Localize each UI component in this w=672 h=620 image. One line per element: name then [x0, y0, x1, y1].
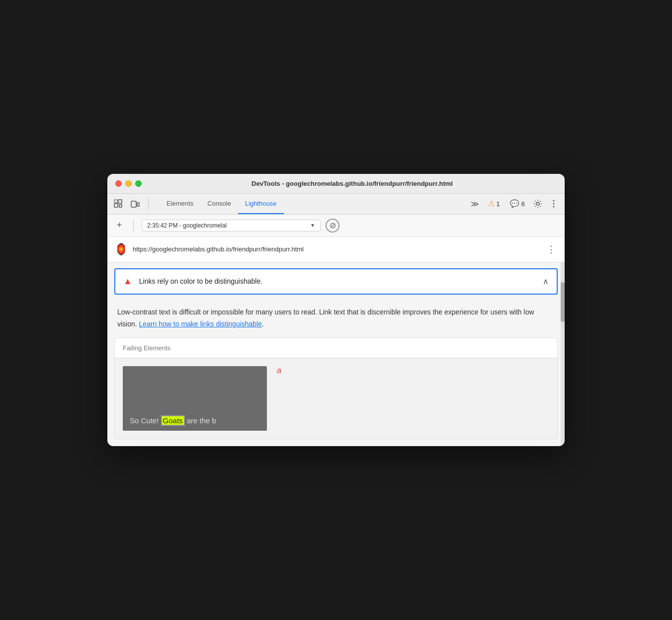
svg-rect-2 [114, 204, 118, 207]
tab-console[interactable]: Console [200, 193, 238, 214]
add-tab-button[interactable]: + [113, 220, 125, 231]
window-title: DevTools - googlechromelabs.github.io/fr… [148, 180, 557, 187]
svg-point-8 [553, 203, 555, 205]
kebab-menu-icon[interactable] [547, 197, 561, 211]
failing-elements-title: Failing Elements [123, 344, 170, 352]
warning-icon: ⚠ [488, 199, 495, 208]
alert-triangle-icon: ▲ [123, 276, 132, 287]
audit-url-text: https://googlechromelabs.github.io/frien… [133, 245, 540, 253]
description-text2: . [262, 320, 264, 328]
traffic-lights [115, 180, 142, 187]
alert-chevron-icon[interactable]: ∧ [543, 277, 549, 286]
svg-rect-4 [131, 201, 136, 207]
element-indicator: a [277, 366, 281, 375]
tab-lighthouse[interactable]: Lighthouse [238, 193, 284, 214]
tab-bar: Elements Console Lighthouse ≫ ⚠ 1 💬 6 [107, 194, 565, 215]
highlighted-text: Goats [161, 415, 185, 426]
svg-point-7 [553, 200, 555, 202]
title-bar: DevTools - googlechromelabs.github.io/fr… [107, 174, 565, 194]
device-toggle-icon[interactable] [128, 197, 142, 211]
svg-point-6 [536, 202, 539, 205]
element-a-label: a [277, 366, 281, 375]
inspect-icon[interactable] [111, 197, 125, 211]
tab-elements[interactable]: Elements [160, 193, 200, 214]
comment-icon: 💬 [510, 199, 519, 208]
screenshot-thumbnail: So Cute! Goats are the b [123, 366, 267, 431]
learn-more-link[interactable]: Learn how to make links distinguishable [139, 320, 262, 328]
svg-rect-0 [114, 200, 117, 203]
settings-icon[interactable] [531, 197, 545, 211]
svg-rect-1 [118, 200, 122, 203]
tab-bar-icons [111, 197, 152, 211]
maximize-button[interactable] [135, 180, 142, 187]
devtools-window: DevTools - googlechromelabs.github.io/fr… [107, 174, 565, 447]
failing-elements-section: Failing Elements So Cute! Goats are the … [114, 338, 558, 439]
clear-button[interactable]: ⊘ [326, 219, 339, 232]
url-input[interactable]: 2:35:42 PM - googlechromelal ▼ [142, 220, 321, 232]
failing-elements-body: So Cute! Goats are the b a [115, 358, 557, 439]
clear-icon: ⊘ [330, 221, 336, 230]
audit-url-more-icon[interactable]: ⋮ [545, 242, 558, 257]
warning-badge-button[interactable]: ⚠ 1 [484, 197, 504, 210]
screenshot-before-text: So Cute! [130, 416, 161, 425]
tab-elements-label: Elements [167, 200, 193, 207]
alert-box-left: ▲ Links rely on color to be distinguisha… [123, 276, 262, 287]
tab-lighthouse-label: Lighthouse [245, 200, 277, 207]
alert-text: Links rely on color to be distinguishabl… [139, 277, 262, 285]
url-text: 2:35:42 PM - googlechromelal [147, 222, 307, 229]
svg-point-9 [553, 206, 555, 208]
tab-separator-1 [148, 198, 149, 209]
url-separator [133, 220, 134, 231]
url-dropdown-icon[interactable]: ▼ [310, 223, 315, 228]
description: Low-contrast text is difficult or imposs… [107, 301, 565, 338]
tab-console-label: Console [207, 200, 231, 207]
svg-rect-5 [137, 203, 139, 206]
close-button[interactable] [115, 180, 122, 187]
warning-count: 1 [497, 200, 500, 208]
alert-box[interactable]: ▲ Links rely on color to be distinguisha… [114, 268, 558, 295]
comment-count: 6 [521, 200, 525, 208]
minimize-button[interactable] [125, 180, 132, 187]
tab-bar-right: ≫ ⚠ 1 💬 6 [468, 197, 561, 211]
more-tabs-icon[interactable]: ≫ [468, 197, 482, 211]
url-bar: + 2:35:42 PM - googlechromelal ▼ ⊘ [107, 215, 565, 237]
scrollbar[interactable] [561, 262, 565, 447]
screenshot-text: So Cute! Goats are the b [123, 410, 223, 431]
scrollbar-thumb[interactable] [561, 282, 565, 322]
audit-url-row: 🏮 https://googlechromelabs.github.io/fri… [107, 237, 565, 262]
svg-rect-3 [119, 205, 122, 207]
main-content: ▲ Links rely on color to be distinguisha… [107, 262, 565, 447]
comment-badge-button[interactable]: 💬 6 [506, 197, 529, 210]
lighthouse-icon: 🏮 [114, 243, 128, 256]
failing-elements-header: Failing Elements [115, 338, 557, 358]
screenshot-after-text: are the b [185, 416, 216, 425]
